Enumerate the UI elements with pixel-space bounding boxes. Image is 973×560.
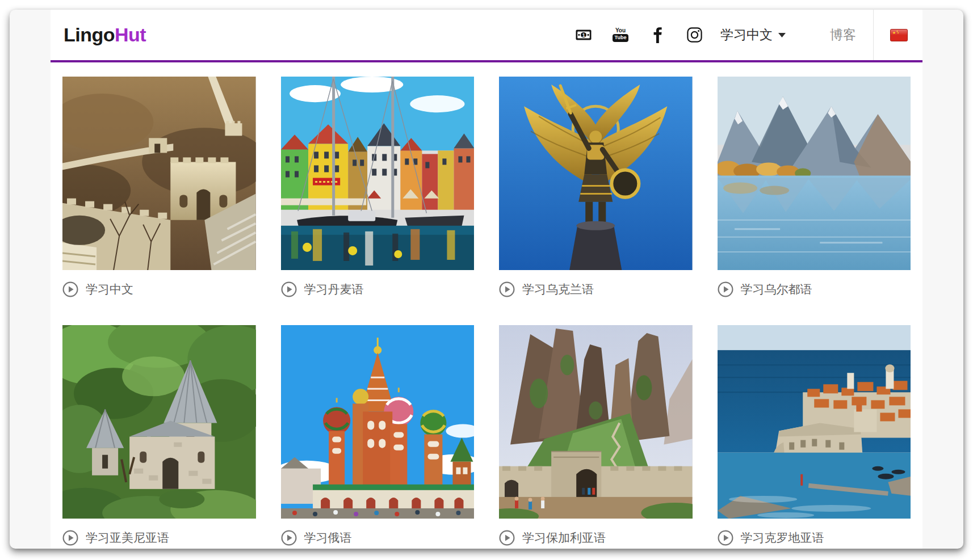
- card-label-text: 学习乌克兰语: [522, 281, 594, 297]
- card-link-chinese[interactable]: 学习中文: [62, 279, 256, 300]
- donate-banknote-icon[interactable]: 1: [575, 26, 592, 45]
- play-icon: [718, 281, 733, 297]
- facebook-icon[interactable]: [649, 26, 666, 45]
- page-container: LingoHut 1 You Tube: [51, 10, 922, 549]
- logo-text-accent: Hut: [115, 24, 146, 45]
- card-image-great-wall[interactable]: [62, 77, 256, 270]
- card-link-armenian[interactable]: 学习亚美尼亚语: [62, 528, 256, 548]
- svg-text:1: 1: [582, 32, 585, 38]
- header: LingoHut 1 You Tube: [51, 10, 922, 62]
- card-link-russian[interactable]: 学习俄语: [281, 528, 475, 548]
- play-icon: [499, 530, 515, 546]
- card-armenian: 学习亚美尼亚语: [62, 325, 256, 548]
- card-label-text: 学习克罗地亚语: [741, 530, 824, 546]
- card-label-text: 学习丹麦语: [304, 281, 364, 297]
- card-link-danish[interactable]: 学习丹麦语: [281, 279, 475, 300]
- header-divider: [873, 10, 874, 60]
- play-icon: [499, 281, 515, 297]
- card-image-armenian-monastery[interactable]: [62, 325, 256, 519]
- card-link-bulgarian[interactable]: 学习保加利亚语: [499, 528, 693, 548]
- card-label-text: 学习乌尔都语: [741, 281, 812, 297]
- card-image-mountain-lake[interactable]: [718, 77, 911, 270]
- play-icon: [62, 530, 78, 546]
- card-chinese: 学习中文: [62, 77, 256, 300]
- card-image-archangel-statue[interactable]: [499, 77, 693, 270]
- card-danish: 学习丹麦语: [281, 77, 475, 300]
- youtube-icon[interactable]: You Tube: [612, 26, 629, 45]
- card-image-dubrovnik-old-town[interactable]: [718, 325, 911, 519]
- play-icon: [718, 530, 733, 546]
- china-flag-icon[interactable]: [890, 29, 908, 41]
- play-icon: [281, 530, 297, 546]
- card-croatian: 学习克罗地亚语: [718, 325, 911, 548]
- language-menu[interactable]: 学习中文: [720, 26, 786, 44]
- card-link-urdu[interactable]: 学习乌尔都语: [718, 279, 911, 300]
- site-screenshot-frame: LingoHut 1 You Tube: [10, 10, 963, 549]
- logo-text-primary: Lingo: [64, 24, 115, 45]
- card-label-text: 学习亚美尼亚语: [86, 530, 169, 546]
- card-label-text: 学习俄语: [304, 530, 352, 546]
- language-card-grid: 学习中文: [51, 62, 922, 548]
- card-urdu: 学习乌尔都语: [718, 77, 911, 300]
- play-icon: [281, 281, 297, 297]
- language-menu-label: 学习中文: [720, 26, 773, 44]
- card-link-croatian[interactable]: 学习克罗地亚语: [718, 528, 911, 548]
- play-icon: [62, 281, 78, 297]
- instagram-icon[interactable]: [686, 26, 703, 45]
- blog-link[interactable]: 博客: [830, 26, 856, 44]
- lingohut-logo[interactable]: LingoHut: [64, 24, 146, 46]
- card-image-nyhavn-harbor[interactable]: [281, 77, 475, 270]
- card-bulgarian: 学习保加利亚语: [499, 325, 693, 548]
- card-link-ukrainian[interactable]: 学习乌克兰语: [499, 279, 693, 300]
- card-russian: 学习俄语: [281, 325, 475, 548]
- card-image-st-basils-cathedral[interactable]: [281, 325, 475, 519]
- card-image-belogradchik-fortress[interactable]: [499, 325, 693, 519]
- card-label-text: 学习保加利亚语: [522, 530, 606, 546]
- card-label-text: 学习中文: [86, 281, 133, 297]
- chevron-down-icon: [778, 33, 786, 37]
- header-right: 1 You Tube: [575, 10, 908, 60]
- card-ukrainian: 学习乌克兰语: [499, 77, 693, 300]
